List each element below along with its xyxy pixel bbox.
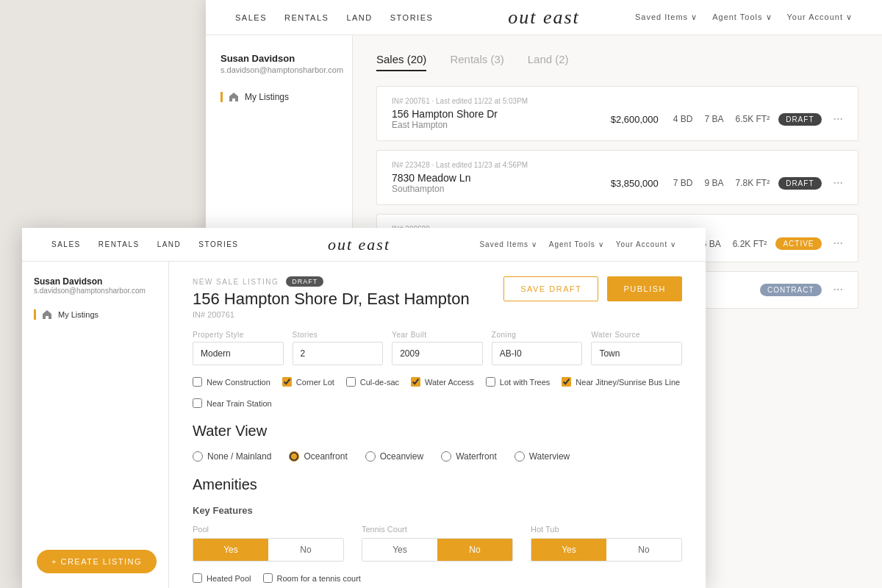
front-user-name: Susan Davidson (34, 276, 157, 287)
tennis-no-button[interactable]: No (437, 539, 512, 561)
pool-toggle: Yes No (193, 538, 344, 562)
water-view-title: Water View (193, 423, 682, 440)
hot-tub-yes-button[interactable]: Yes (531, 539, 606, 561)
checkbox-water-access[interactable]: Water Access (411, 377, 474, 387)
back-your-account[interactable]: Your Account ∨ (787, 12, 853, 22)
listing-city-2: Southampton (392, 184, 592, 194)
radio-oceanfront[interactable]: Oceanfront (289, 451, 347, 462)
pool-yes-button[interactable]: Yes (193, 539, 268, 561)
front-nav: Sales Rentals Land Stories out east Save… (22, 228, 706, 262)
front-logo: out east (328, 235, 390, 254)
listing-ft-2: 7.8K FT² (735, 178, 770, 188)
bottom-checkboxes: Heated Pool Room for a tennis court (193, 573, 682, 583)
amenity-hot-tub: Hot Tub Yes No (531, 525, 682, 562)
checkbox-heated-pool[interactable]: Heated Pool (193, 573, 251, 583)
front-your-account[interactable]: Your Account ∨ (616, 240, 676, 248)
stories-input[interactable] (293, 342, 384, 365)
publish-button[interactable]: PUBLISH (607, 276, 682, 301)
checkbox-jitney[interactable]: Near Jitney/Sunrise Bus Line (562, 377, 680, 387)
form-header: NEW SALE LISTING DRAFT 156 Hampton Shore… (193, 276, 682, 319)
listing-ba-1: 7 BA (704, 114, 723, 124)
year-built-input[interactable] (392, 342, 483, 365)
tab-rentals[interactable]: Rentals (3) (450, 53, 503, 71)
amenities-title: Amenities (193, 476, 682, 493)
back-my-listings[interactable]: My Listings (220, 92, 337, 102)
field-label-water-source: Water Source (591, 331, 682, 339)
front-sidebar: Susan Davidson s.davidson@hamptonsharbor… (22, 262, 169, 588)
nav-stories[interactable]: Stories (390, 13, 434, 22)
checkbox-train[interactable]: Near Train Station (193, 398, 272, 408)
checkbox-cul-de-sac[interactable]: Cul-de-sac (346, 377, 399, 387)
nav-land[interactable]: Land (346, 13, 372, 22)
checkbox-tennis-room[interactable]: Room for a tennis court (263, 573, 361, 583)
nav-sales[interactable]: Sales (235, 13, 267, 22)
tennis-toggle: Yes No (362, 538, 513, 562)
field-water-source: Water Source Town (591, 331, 682, 365)
listing-info-2: 7830 Meadow Ln Southampton (392, 172, 592, 194)
pool-no-button[interactable]: No (268, 539, 343, 561)
front-nav-stories[interactable]: Stories (198, 240, 238, 248)
save-draft-button[interactable]: SAVE DRAFT (503, 276, 598, 301)
listing-stats-2: 7 BD 9 BA 7.8K FT² (673, 178, 770, 188)
front-agent-tools[interactable]: Agent Tools ∨ (549, 240, 604, 248)
back-agent-tools[interactable]: Agent Tools ∨ (712, 12, 772, 22)
listing-dots-2[interactable]: ··· (833, 176, 844, 191)
field-year-built: Year Built (392, 331, 483, 365)
field-label-style: Property Style (193, 331, 284, 339)
back-saved-items[interactable]: Saved Items ∨ (635, 12, 698, 22)
tennis-yes-button[interactable]: Yes (362, 539, 437, 561)
listing-price-2: $3,850,000 (592, 178, 659, 189)
front-nav-sales[interactable]: Sales (51, 240, 81, 248)
radio-oceanview[interactable]: Oceanview (365, 451, 423, 462)
checkbox-corner-lot[interactable]: Corner Lot (282, 377, 334, 387)
back-logo: out east (508, 7, 580, 29)
front-my-listings[interactable]: My Listings (34, 309, 157, 320)
property-fields-row: Property Style Modern Stories Year Built… (193, 331, 682, 365)
tab-land[interactable]: Land (2) (528, 53, 569, 71)
field-label-stories: Stories (293, 331, 384, 339)
house-icon (229, 92, 239, 102)
checkbox-lot-trees[interactable]: Lot with Trees (486, 377, 550, 387)
listing-city-1: East Hampton (392, 120, 592, 130)
property-style-select[interactable]: Modern (193, 342, 284, 365)
front-nav-land[interactable]: Land (157, 240, 182, 248)
zoning-input[interactable] (492, 342, 583, 365)
listing-dots-4[interactable]: ··· (833, 282, 844, 298)
front-house-icon (42, 309, 52, 320)
listing-card-2: IN# 223428 · Last edited 11/23 at 4:56PM… (376, 150, 858, 205)
back-my-listings-label: My Listings (245, 92, 289, 102)
front-my-listings-label: My Listings (58, 310, 98, 319)
form-actions: SAVE DRAFT PUBLISH (503, 276, 682, 301)
form-label-row: NEW SALE LISTING DRAFT (193, 276, 470, 287)
front-nav-rentals[interactable]: Rentals (98, 240, 140, 248)
listing-info-1: 156 Hampton Shore Dr East Hampton (392, 108, 592, 130)
listing-bd-2: 7 BD (673, 178, 693, 188)
checkboxes-row: New Construction Corner Lot Cul-de-sac W… (193, 377, 682, 408)
listing-dots-1[interactable]: ··· (833, 112, 844, 127)
back-nav: Sales Rentals Land Stories out east Save… (206, 0, 882, 35)
front-window: Sales Rentals Land Stories out east Save… (22, 228, 706, 588)
listing-price-1: $2,600,000 (592, 114, 659, 125)
listing-badge-2: DRAFT (778, 177, 821, 190)
amenity-groups: Pool Yes No Tennis Court Yes No Hot Tub … (193, 525, 682, 562)
field-label-zoning: Zoning (492, 331, 583, 339)
listing-dots-3[interactable]: ··· (833, 236, 844, 251)
nav-rentals[interactable]: Rentals (284, 13, 329, 22)
water-source-select[interactable]: Town (591, 342, 682, 365)
radio-waterview[interactable]: Waterview (514, 451, 570, 462)
radio-none-mainland[interactable]: None / Mainland (193, 451, 271, 462)
front-saved-items[interactable]: Saved Items ∨ (479, 240, 537, 248)
listing-meta-1: IN# 200761 · Last edited 11/22 at 5:03PM (392, 97, 843, 105)
tab-sales[interactable]: Sales (20) (376, 53, 426, 71)
create-listing-button[interactable]: + CREATE LISTING (37, 550, 157, 573)
front-nav-right: Saved Items ∨ Agent Tools ∨ Your Account… (479, 240, 676, 248)
field-label-year: Year Built (392, 331, 483, 339)
form-panel: NEW SALE LISTING DRAFT 156 Hampton Shore… (169, 262, 706, 588)
form-listing-type-label: NEW SALE LISTING (193, 278, 279, 286)
amenity-pool: Pool Yes No (193, 525, 344, 562)
back-nav-right: Saved Items ∨ Agent Tools ∨ Your Account… (635, 12, 853, 22)
checkbox-new-construction[interactable]: New Construction (193, 377, 270, 387)
hot-tub-no-button[interactable]: No (606, 539, 681, 561)
radio-waterfront[interactable]: Waterfront (441, 451, 497, 462)
listing-card-1: IN# 200761 · Last edited 11/22 at 5:03PM… (376, 86, 858, 141)
